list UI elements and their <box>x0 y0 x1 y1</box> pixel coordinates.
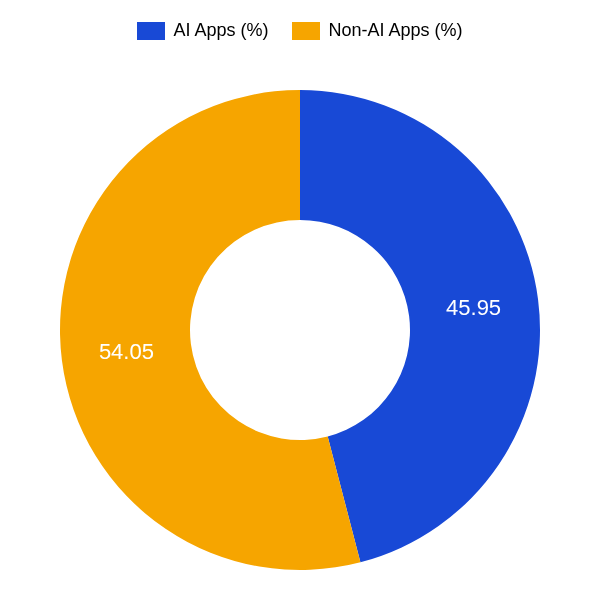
legend-swatch-ai <box>137 22 165 40</box>
legend-item-ai: AI Apps (%) <box>137 20 268 41</box>
donut-svg <box>50 80 550 580</box>
slice-label-ai: 45.95 <box>446 295 501 321</box>
donut-chart: 45.95 54.05 <box>50 80 550 580</box>
chart-legend: AI Apps (%) Non-AI Apps (%) <box>0 0 600 41</box>
legend-label-nonai: Non-AI Apps (%) <box>328 20 462 41</box>
legend-swatch-nonai <box>292 22 320 40</box>
legend-label-ai: AI Apps (%) <box>173 20 268 41</box>
legend-item-nonai: Non-AI Apps (%) <box>292 20 462 41</box>
slice-label-nonai: 54.05 <box>99 339 154 365</box>
